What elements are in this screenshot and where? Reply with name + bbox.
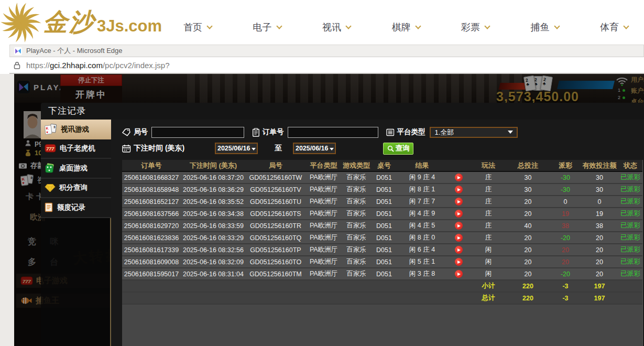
column-header: 游戏类型 bbox=[342, 160, 371, 171]
replay-play-button[interactable] bbox=[455, 258, 463, 266]
round-number-input[interactable] bbox=[151, 127, 244, 138]
subtotal-row: 小计220-3197 bbox=[122, 280, 643, 292]
column-header: 订单号 bbox=[122, 160, 181, 171]
browser-urlbar[interactable]: https://gci.2hhapi.com/pc/pcv2/index.jsp… bbox=[9, 57, 644, 74]
cell-bet-time: 2025-06-16 08:32:09 bbox=[181, 256, 246, 268]
nav-item-slots[interactable]: 电子 bbox=[253, 21, 281, 34]
cell-bet-side: 庄 bbox=[471, 220, 506, 232]
cell-result: 闲 9 庄 4 bbox=[397, 171, 447, 183]
list-icon bbox=[386, 128, 395, 136]
replay-play-button[interactable] bbox=[455, 186, 463, 193]
cell-payout: -30 bbox=[550, 183, 581, 196]
sun-logo-icon bbox=[0, 1, 42, 44]
replay-play-button[interactable] bbox=[455, 210, 463, 218]
cell-bet-side: 闲 bbox=[471, 244, 506, 256]
chevron-down-icon bbox=[484, 23, 490, 29]
sidebar-tab-label: 额度记录 bbox=[57, 203, 85, 212]
cell-table-number: D051 bbox=[371, 244, 397, 256]
sidebar-tab-slot-machine[interactable]: 777电子老虎机 bbox=[41, 139, 111, 159]
cell-status: 已派彩 bbox=[618, 220, 643, 232]
cell-replay bbox=[447, 208, 471, 220]
order-number-input[interactable] bbox=[288, 127, 378, 138]
replay-play-button[interactable] bbox=[455, 198, 463, 206]
screen: 金沙 3Js.com 首页电子视讯棋牌彩票捕鱼体育 PlayAce - 个人 -… bbox=[0, 0, 644, 346]
summary-status-empty bbox=[618, 292, 643, 304]
cell-total-bet: 20 bbox=[506, 268, 550, 280]
replay-play-button[interactable] bbox=[455, 270, 463, 278]
lock-icon bbox=[14, 61, 20, 69]
nav-item-home[interactable]: 首页 bbox=[183, 21, 212, 34]
nav-item-label: 棋牌 bbox=[392, 21, 411, 34]
bet-records-modal: 下注记录 9K♥视讯游戏777电子老虎机桌面游戏积分查询额度记录 局号 订单号 … bbox=[41, 103, 644, 346]
table-row: 2506160816238362025-06-16 08:33:29GD0512… bbox=[122, 232, 643, 244]
replay-play-button[interactable] bbox=[455, 246, 463, 254]
cell-status: 已派彩 bbox=[618, 244, 643, 256]
cell-valid-bet: 20 bbox=[581, 244, 618, 256]
table-row: 2506160816297202025-06-16 08:33:59GD0512… bbox=[122, 220, 643, 232]
document-icon bbox=[45, 202, 53, 212]
diamond-icon bbox=[45, 183, 56, 192]
date-range-to-label: 至 bbox=[275, 144, 282, 153]
platform-type-select[interactable]: 1.全部 bbox=[430, 127, 518, 138]
nav-item-label: 捕鱼 bbox=[531, 21, 550, 34]
summary-valid-bet: 197 bbox=[581, 280, 618, 292]
table-row: 2506160816589482025-06-16 08:36:29GD0512… bbox=[122, 183, 643, 196]
bet-records-table: 订单号下注时间 (美东)局号平台类型游戏类型桌号结果玩法总投注派彩有效投注额状态… bbox=[122, 160, 643, 305]
cell-order-number: 250616081623836 bbox=[122, 232, 181, 244]
replay-play-button[interactable] bbox=[455, 222, 463, 230]
cell-order-number: 250616081658948 bbox=[122, 183, 181, 196]
sidebar-tab-live-games[interactable]: 9K♥视讯游戏 bbox=[41, 120, 111, 139]
nav-item-lottery[interactable]: 彩票 bbox=[461, 21, 489, 34]
cell-payout: 0 bbox=[550, 196, 581, 208]
cell-game-type: 百家乐 bbox=[342, 244, 371, 256]
site-nav: 首页电子视讯棋牌彩票捕鱼体育 bbox=[183, 21, 628, 34]
nav-item-board-games[interactable]: 棋牌 bbox=[392, 21, 420, 34]
cell-valid-bet: 20 bbox=[581, 232, 618, 244]
cell-platform: PA欧洲厅 bbox=[305, 220, 342, 232]
cell-replay bbox=[447, 256, 471, 268]
cell-table-number: D051 bbox=[371, 171, 397, 183]
date-to-select[interactable]: 2025/06/16 bbox=[293, 143, 336, 154]
round-number-label: 局号 bbox=[134, 127, 148, 137]
column-header: 派彩 bbox=[550, 160, 581, 171]
cell-platform: PA欧洲厅 bbox=[305, 196, 342, 208]
table-body: 2506160816683272025-06-16 08:37:20GD0512… bbox=[122, 171, 643, 304]
replay-play-button[interactable] bbox=[455, 174, 463, 181]
site-logo: 金沙 3Js.com bbox=[0, 0, 162, 45]
cell-bet-time: 2025-06-16 08:35:52 bbox=[181, 196, 246, 208]
sidebar-tab-quota-records[interactable]: 额度记录 bbox=[41, 198, 111, 218]
cell-table-number: D051 bbox=[371, 268, 397, 280]
cell-bet-time: 2025-06-16 08:31:04 bbox=[181, 268, 246, 280]
cell-valid-bet: 20 bbox=[581, 268, 618, 280]
url-text[interactable]: https://gci.2hhapi.com/pc/pcv2/index.jsp… bbox=[26, 61, 170, 70]
cell-platform: PA欧洲厅 bbox=[305, 183, 342, 196]
sidebar-tab-label: 电子老虎机 bbox=[60, 144, 95, 153]
chevron-down-icon bbox=[623, 23, 629, 29]
cell-valid-bet: 30 bbox=[581, 183, 618, 196]
cell-round-number: GD051256160TV bbox=[246, 183, 305, 196]
cell-payout: 38 bbox=[550, 220, 581, 232]
sidebar-tab-points-query[interactable]: 积分查询 bbox=[41, 179, 111, 199]
cell-bet-side: 闲 bbox=[471, 268, 506, 280]
nav-item-label: 彩票 bbox=[461, 21, 480, 34]
replay-play-button[interactable] bbox=[455, 234, 463, 242]
column-header: 结果 bbox=[397, 160, 447, 171]
filter-row-1: 局号 订单号 平台类型 1.全部 bbox=[122, 126, 644, 138]
cell-total-bet: 30 bbox=[506, 171, 550, 183]
modal-content: 局号 订单号 平台类型 1.全部 下注时间 (美东) 2025/06/16 bbox=[111, 120, 644, 346]
nav-item-fishing[interactable]: 捕鱼 bbox=[531, 21, 559, 34]
date-from-select[interactable]: 2025/06/16 bbox=[215, 143, 258, 154]
cell-order-number: 250616081668327 bbox=[122, 171, 181, 183]
chevron-down-icon bbox=[415, 23, 421, 29]
query-button[interactable]: 查询 bbox=[383, 143, 413, 155]
window-title: PlayAce - 个人 - Microsoft Edge bbox=[26, 46, 123, 56]
sidebar-tab-table-games[interactable]: 桌面游戏 bbox=[41, 159, 111, 179]
cell-table-number: D051 bbox=[371, 183, 397, 196]
cell-result: 闲 5 庄 1 bbox=[397, 256, 447, 268]
cell-round-number: GD051256160TQ bbox=[246, 232, 305, 244]
cell-game-type: 百家乐 bbox=[342, 232, 371, 244]
nav-item-sports[interactable]: 体育 bbox=[600, 21, 628, 34]
modal-title: 下注记录 bbox=[41, 103, 644, 120]
nav-item-live[interactable]: 视讯 bbox=[322, 21, 351, 34]
cards-icon: 9K♥ bbox=[45, 124, 57, 135]
